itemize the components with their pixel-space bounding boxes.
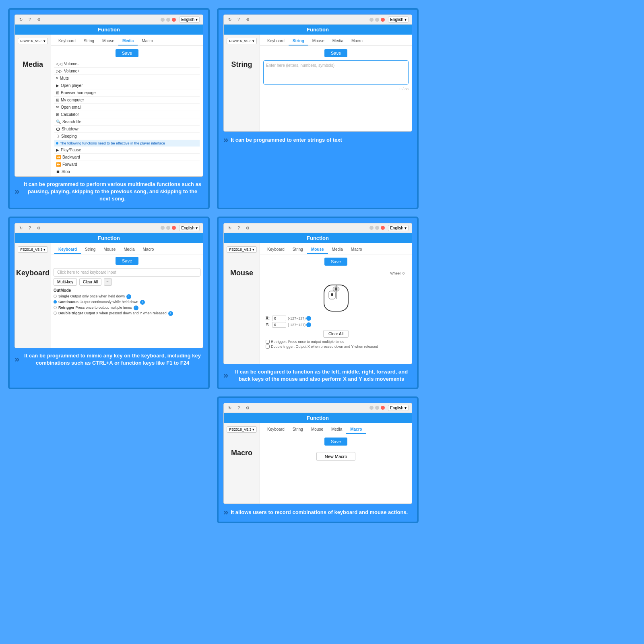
retrigger-row[interactable]: Retrigger: Press once to output multiple… [266,339,406,344]
outmode-continuous[interactable]: Continuous Output continuously while hel… [54,299,200,305]
list-item[interactable]: 🔍Search file [54,118,200,126]
tab-keyboard[interactable]: Keyboard [54,246,81,254]
close-btn[interactable] [381,18,385,22]
list-item[interactable]: ⏩Forward [54,161,200,168]
minimize-btn[interactable] [161,226,165,230]
refresh-icon[interactable]: ↻ [227,17,233,23]
multi-key-button[interactable]: Multi-key [54,278,77,286]
list-item[interactable]: ⊞My computer [54,97,200,104]
tab-mouse[interactable]: Mouse [307,246,328,254]
tab-keyboard[interactable]: Keyboard [263,246,289,254]
language-select[interactable]: English ▾ [388,17,409,23]
radio-retrigger[interactable] [54,306,57,309]
tab-keyboard[interactable]: Keyboard [54,37,80,45]
tab-media[interactable]: Media [120,246,138,254]
tab-macro[interactable]: Macro [347,37,367,45]
settings-icon[interactable]: ⚙ [245,17,250,23]
close-btn[interactable] [381,226,385,230]
device-selector[interactable]: FS2016_V5.3 ▾ [227,38,256,44]
maximize-btn[interactable] [375,406,379,410]
tab-macro[interactable]: Macro [139,246,158,254]
save-button[interactable]: Save [116,49,138,57]
tab-mouse[interactable]: Mouse [98,37,118,45]
language-select[interactable]: English ▾ [388,225,409,231]
help-icon[interactable]: ? [27,225,33,231]
minimize-btn[interactable] [369,226,374,230]
tab-media[interactable]: Media [327,425,346,434]
tab-macro[interactable]: Macro [346,425,366,434]
refresh-icon[interactable]: ↻ [18,17,24,23]
refresh-icon[interactable]: ↻ [227,225,233,231]
tab-string[interactable]: String [80,37,98,45]
list-item[interactable]: ▶Play/Pause [54,147,200,154]
refresh-icon[interactable]: ↻ [18,225,24,231]
tab-macro[interactable]: Macro [138,37,157,45]
tab-string[interactable]: String [81,246,99,254]
tab-macro[interactable]: Macro [347,246,366,254]
language-select[interactable]: English ▾ [179,225,200,231]
minimize-btn[interactable] [161,18,165,22]
save-button[interactable]: Save [324,258,347,266]
settings-icon[interactable]: ⚙ [245,225,250,231]
tab-string[interactable]: String [289,246,307,254]
minimize-btn[interactable] [369,406,374,410]
language-select[interactable]: English ▾ [179,17,200,23]
list-item[interactable]: ⏪Backward [54,154,200,161]
radio-double[interactable] [54,312,57,315]
tab-keyboard[interactable]: Keyboard [263,37,289,45]
list-item[interactable]: ▷▷Volume+ [54,68,200,75]
string-input[interactable]: Enter here (letters, numbers, symbols) [263,60,409,85]
close-btn[interactable] [381,406,385,410]
list-item[interactable]: ⏹Stop [54,168,200,173]
tab-mouse[interactable]: Mouse [308,37,328,45]
y-input[interactable] [272,322,286,328]
media-scroll-area[interactable]: ◁◁Volume- ▷▷Volume+ ×Mute ▶Open player ⊞… [54,60,200,173]
maximize-btn[interactable] [166,226,170,230]
list-item[interactable]: ⊞Browser homepage [54,89,200,97]
maximize-btn[interactable] [166,18,170,22]
save-button[interactable]: Save [324,49,347,57]
outmode-single[interactable]: Single Output only once when held down i [54,294,200,299]
list-item[interactable]: ×Mute [54,75,200,82]
refresh-icon[interactable]: ↻ [227,405,233,411]
double-trigger-checkbox[interactable] [266,345,270,349]
tab-string[interactable]: String [289,425,307,434]
radio-single[interactable] [54,295,57,298]
close-btn[interactable] [172,18,176,22]
help-icon[interactable]: ? [236,405,242,411]
minimize-btn[interactable] [369,18,374,22]
keyboard-input[interactable]: Click here to read keyboard input [54,268,200,277]
language-select[interactable]: English ▾ [388,405,409,411]
settings-icon[interactable]: ⚙ [36,225,41,231]
clear-all-button[interactable]: Clear All [323,330,349,338]
new-macro-button[interactable]: New Macro [316,452,356,461]
list-item[interactable]: ◁◁Volume- [54,60,200,68]
tab-mouse[interactable]: Mouse [307,425,327,434]
tab-string[interactable]: String [289,37,308,45]
tab-mouse[interactable]: Mouse [99,246,120,254]
tab-media[interactable]: Media [118,37,138,45]
radio-continuous[interactable] [54,300,57,303]
list-item[interactable]: ▶Open player [54,82,200,89]
retrigger-checkbox[interactable] [266,340,270,344]
list-item[interactable]: ✉Open email [54,104,200,111]
tab-media[interactable]: Media [328,246,347,254]
close-btn[interactable] [172,226,176,230]
save-button[interactable]: Save [324,438,347,446]
tab-media[interactable]: Media [328,37,347,45]
help-icon[interactable]: ? [236,17,242,23]
settings-icon[interactable]: ⚙ [245,405,250,411]
maximize-btn[interactable] [375,226,379,230]
clear-all-button[interactable]: Clear All [79,278,101,286]
list-item[interactable]: ⊞Calculator [54,111,200,118]
list-item[interactable]: ☽Sleeping [54,133,200,140]
maximize-btn[interactable] [375,18,379,22]
help-icon[interactable]: ? [27,17,33,23]
list-item[interactable]: ⏻Shutdown [54,126,200,133]
kb-extra-btn[interactable]: ··· [104,278,112,286]
double-trigger-row[interactable]: Double trigger: Output X when pressed do… [266,344,406,349]
device-selector[interactable]: FS2016_V5.3 ▾ [18,38,47,44]
help-icon[interactable]: ? [236,225,242,231]
device-selector[interactable]: FS2016_V5.3 ▾ [227,426,256,433]
save-button[interactable]: Save [116,257,138,265]
